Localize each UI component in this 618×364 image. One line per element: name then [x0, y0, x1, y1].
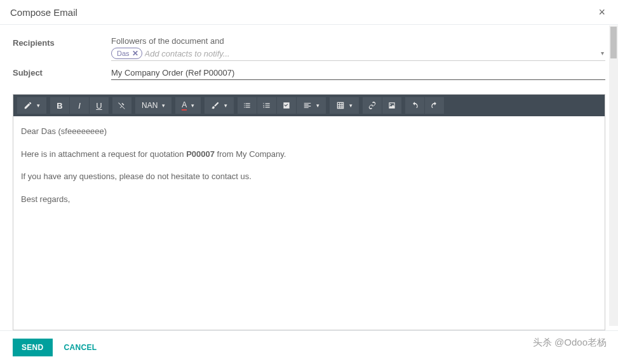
editor-body[interactable]: Dear Das (sfeeeeeeee) Here is in attachm…	[13, 116, 605, 330]
recipient-tag[interactable]: Das ✕	[111, 48, 142, 59]
styles-dropdown[interactable]: ▾	[17, 97, 46, 114]
editor: ▾ B I U NAN▾ A▾ ▾	[13, 94, 605, 330]
send-button[interactable]: SEND	[13, 339, 53, 356]
subject-field	[111, 66, 605, 80]
editor-toolbar: ▾ B I U NAN▾ A▾ ▾	[13, 95, 605, 116]
body-greeting: Dear Das (sfeeeeeeee)	[21, 125, 597, 138]
undo-button[interactable]	[405, 97, 424, 114]
remove-tag-icon[interactable]: ✕	[132, 49, 138, 58]
followers-text: Followers of the document and	[111, 36, 605, 46]
contacts-input[interactable]	[145, 48, 605, 59]
bold-button[interactable]: B	[50, 97, 69, 114]
align-dropdown[interactable]: ▾	[297, 97, 326, 114]
table-dropdown[interactable]: ▾	[330, 97, 359, 114]
subject-input[interactable]	[111, 66, 605, 80]
recipients-field: Followers of the document and Das ✕ ▾	[111, 36, 605, 61]
italic-button[interactable]: I	[70, 97, 89, 114]
close-button[interactable]: ×	[596, 6, 608, 18]
body-line1: Here is in attachment a request for quot…	[21, 148, 597, 161]
recipients-row: Recipients Followers of the document and…	[13, 36, 605, 61]
cancel-button[interactable]: CANCEL	[58, 339, 104, 356]
compose-email-modal: Compose Email × Recipients Followers of …	[0, 0, 618, 364]
subject-row: Subject	[13, 66, 605, 80]
contacts-input-row[interactable]: Das ✕ ▾	[111, 48, 605, 61]
ol-button[interactable]	[257, 97, 276, 114]
image-button[interactable]	[382, 97, 401, 114]
checklist-button[interactable]	[277, 97, 296, 114]
bg-color-dropdown[interactable]: ▾	[205, 97, 234, 114]
recipient-tag-label: Das	[117, 50, 130, 57]
modal-title: Compose Email	[10, 7, 77, 18]
subject-label: Subject	[13, 66, 111, 78]
scrollbar-thumb[interactable]	[610, 27, 617, 58]
contacts-dropdown-caret[interactable]: ▾	[601, 50, 604, 57]
modal-body: Recipients Followers of the document and…	[0, 25, 618, 330]
link-button[interactable]	[363, 97, 382, 114]
recipients-label: Recipients	[13, 36, 111, 48]
font-color-dropdown[interactable]: A▾	[175, 97, 201, 114]
body-line2: If you have any questions, please do not…	[21, 170, 597, 183]
modal-footer: SEND CANCEL	[0, 330, 618, 364]
redo-button[interactable]	[425, 97, 444, 114]
scrollbar[interactable]	[609, 25, 618, 326]
remove-format-button[interactable]	[112, 97, 131, 114]
underline-button[interactable]: U	[90, 97, 109, 114]
modal-header: Compose Email ×	[0, 0, 618, 25]
ul-button[interactable]	[238, 97, 257, 114]
body-signoff: Best regards,	[21, 193, 597, 206]
font-size-dropdown[interactable]: NAN▾	[135, 97, 171, 114]
